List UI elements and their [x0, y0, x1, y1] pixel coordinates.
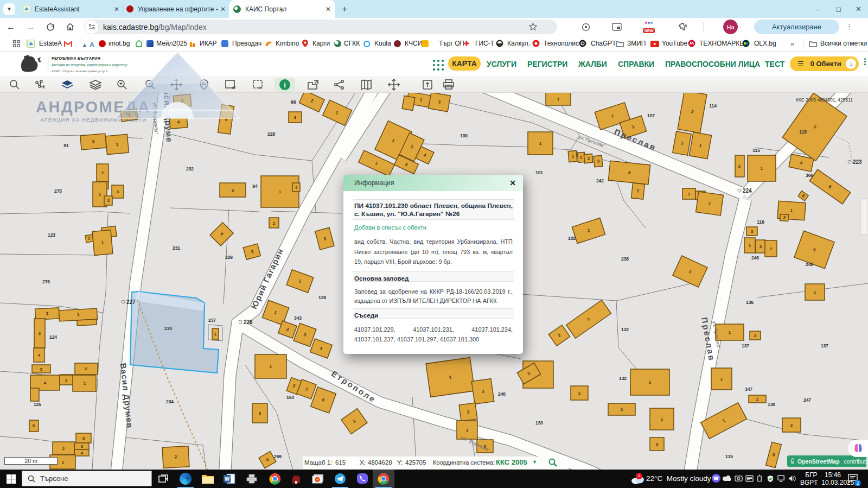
svg-text:3: 3	[81, 444, 84, 449]
svg-text:1: 1	[720, 377, 723, 382]
svg-text:3: 3	[294, 115, 297, 120]
svg-text:91: 91	[63, 143, 69, 148]
svg-text:347: 347	[745, 386, 752, 392]
svg-text:2: 2	[790, 423, 793, 428]
svg-text:137: 137	[821, 343, 828, 348]
svg-text:1: 1	[814, 290, 816, 295]
svg-text:124: 124	[49, 334, 57, 340]
svg-text:96: 96	[291, 99, 296, 105]
svg-text:2: 2	[39, 331, 41, 336]
svg-text:2: 2	[756, 397, 759, 402]
svg-text:2: 2	[738, 164, 741, 169]
svg-text:246: 246	[751, 255, 759, 261]
svg-text:240: 240	[498, 391, 506, 397]
svg-text:6: 6	[85, 366, 88, 371]
svg-text:2: 2	[62, 446, 65, 451]
svg-text:1: 1	[729, 330, 731, 335]
svg-text:4: 4	[38, 353, 41, 358]
svg-text:231: 231	[173, 245, 180, 251]
svg-text:275: 275	[54, 188, 62, 194]
svg-text:132: 132	[619, 376, 627, 381]
svg-text:2: 2	[578, 391, 581, 396]
svg-text:232: 232	[186, 166, 194, 172]
svg-text:164: 164	[286, 395, 294, 400]
svg-text:100: 100	[460, 133, 468, 138]
svg-text:366: 366	[806, 173, 813, 178]
svg-text:248: 248	[806, 262, 813, 267]
svg-text:101: 101	[535, 170, 543, 175]
svg-text:1: 1	[99, 192, 101, 197]
svg-text:343: 343	[294, 315, 302, 321]
svg-text:5: 5	[33, 423, 35, 428]
svg-text:1: 1	[649, 380, 652, 385]
svg-text:228: 228	[244, 319, 253, 325]
svg-text:228: 228	[267, 131, 275, 137]
svg-text:227: 227	[126, 299, 136, 305]
svg-text:2: 2	[65, 378, 68, 383]
svg-text:2: 2	[754, 333, 757, 338]
svg-text:1: 1	[688, 192, 691, 197]
svg-text:137: 137	[742, 343, 749, 348]
svg-text:5: 5	[40, 367, 43, 372]
svg-text:224: 224	[743, 188, 752, 194]
svg-text:W: W	[225, 476, 230, 482]
svg-text:4: 4	[295, 185, 298, 190]
svg-text:234: 234	[166, 399, 174, 404]
svg-text:4: 4	[81, 451, 84, 455]
svg-text:АГЕНЦИЯ ЗА НЕДВИЖИМИ ИМОТИ: АГЕНЦИЯ ЗА НЕДВИЖИМИ ИМОТИ	[40, 117, 147, 123]
svg-text:1: 1	[761, 166, 763, 171]
svg-text:230: 230	[164, 326, 172, 331]
svg-text:130: 130	[535, 420, 543, 426]
svg-text:2: 2	[273, 221, 276, 226]
svg-text:4: 4	[44, 381, 47, 385]
svg-text:1: 1	[62, 460, 65, 465]
svg-text:1: 1	[539, 141, 542, 146]
svg-text:1: 1	[661, 417, 663, 422]
svg-text:269: 269	[274, 454, 282, 459]
svg-text:123: 123	[48, 232, 55, 238]
svg-text:223: 223	[853, 159, 862, 165]
svg-text:242: 242	[596, 178, 604, 183]
svg-text:3: 3	[82, 436, 85, 441]
svg-text:247: 247	[803, 397, 811, 403]
svg-text:5: 5	[259, 411, 261, 416]
svg-text:1: 1	[214, 332, 217, 337]
svg-text:130: 130	[768, 402, 775, 407]
svg-text:229: 229	[225, 255, 233, 260]
svg-text:237: 237	[208, 318, 216, 323]
svg-text:238: 238	[621, 256, 629, 262]
svg-text:i: i	[284, 81, 286, 89]
svg-text:3: 3	[751, 229, 754, 234]
svg-text:1: 1	[749, 243, 751, 248]
svg-text:1: 1	[270, 364, 272, 369]
svg-text:116: 116	[757, 219, 764, 225]
svg-text:115: 115	[752, 148, 760, 153]
svg-text:125: 125	[34, 402, 41, 407]
svg-text:3: 3	[232, 188, 234, 193]
svg-text:135: 135	[725, 454, 733, 459]
svg-text:114: 114	[709, 103, 717, 109]
svg-text:136: 136	[746, 300, 754, 305]
svg-text:2: 2	[107, 198, 110, 203]
svg-text:1: 1	[466, 428, 469, 433]
svg-text:128: 128	[318, 295, 326, 300]
svg-text:115: 115	[799, 129, 807, 135]
svg-text:2: 2	[770, 246, 773, 251]
svg-text:2: 2	[101, 170, 104, 175]
svg-text:1: 1	[557, 97, 560, 102]
svg-text:132: 132	[621, 327, 629, 332]
svg-text:3: 3	[117, 189, 119, 194]
svg-text:102: 102	[568, 236, 576, 241]
svg-text:1: 1	[84, 381, 86, 386]
svg-text:АНДРОМЕДА: АНДРОМЕДА	[36, 98, 151, 116]
svg-text:94: 94	[252, 183, 258, 189]
svg-text:107: 107	[647, 113, 655, 118]
svg-text:276: 276	[42, 279, 50, 284]
svg-text:1: 1	[279, 189, 282, 194]
svg-text:ККС 2005 4804601, 425611: ККС 2005 4804601, 425611	[796, 97, 853, 103]
svg-text:3: 3	[760, 244, 762, 249]
svg-text:2: 2	[621, 407, 623, 412]
svg-text:3: 3	[656, 442, 659, 447]
